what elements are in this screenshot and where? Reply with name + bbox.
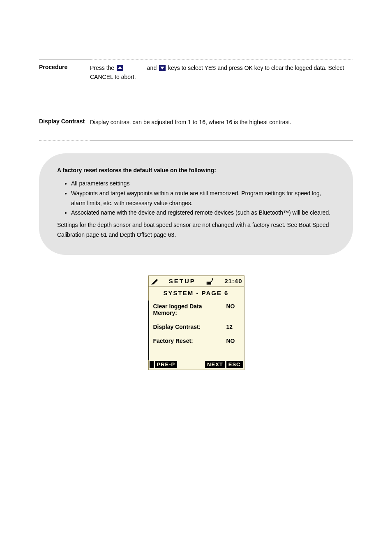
note-footer: Settings for the depth sensor and boat s… bbox=[57, 220, 335, 240]
lcd-button-esc[interactable]: ESC bbox=[226, 361, 243, 368]
lcd-line[interactable]: Factory Reset: NO bbox=[153, 338, 240, 344]
lcd-body: Clear logged Data Memory: NO Display Con… bbox=[148, 301, 244, 360]
lcd-line-value: 12 bbox=[226, 324, 233, 330]
desc-text-before: Press the bbox=[90, 65, 116, 71]
note-bullet: All parameters settings bbox=[71, 179, 335, 189]
lcd-line[interactable]: Display Contrast: 12 bbox=[153, 324, 240, 330]
pen-icon bbox=[150, 277, 159, 286]
note-bullet: Waypoints and target waypoints within a … bbox=[71, 189, 335, 208]
lcd-line-value: NO bbox=[226, 338, 235, 344]
note-bullet: Associated name with the device and regi… bbox=[71, 208, 335, 218]
note-bullets: All parameters settings Waypoints and ta… bbox=[71, 179, 335, 218]
desc-text-after: keys to select YES and press OK key to c… bbox=[90, 65, 344, 80]
lcd-line-label: Factory Reset: bbox=[153, 338, 219, 344]
lcd-line-label: Display Contrast: bbox=[153, 324, 219, 330]
row-procedure: Procedure Press the and keys to select Y… bbox=[39, 63, 353, 82]
note-box: A factory reset restores the default val… bbox=[39, 153, 353, 255]
arrow-down-icon bbox=[159, 65, 166, 71]
svg-rect-0 bbox=[208, 282, 210, 284]
lcd-subtitle: SYSTEM - PAGE 6 bbox=[148, 287, 244, 301]
lcd-header: SETUP 21:40 bbox=[148, 276, 244, 287]
row-display-contrast: Display Contrast Display contrast can be… bbox=[39, 118, 353, 127]
lcd-time: 21:40 bbox=[224, 278, 242, 284]
lcd-button-blank[interactable] bbox=[150, 361, 154, 368]
lcd-line-value: NO bbox=[226, 303, 235, 316]
lcd-panel: SETUP 21:40 SYSTEM - PAGE 6 Clear logged… bbox=[148, 275, 244, 370]
desc-text-mid: and bbox=[147, 65, 158, 71]
row-desc: Display contrast can be adjusted from 1 … bbox=[90, 118, 353, 127]
arrow-up-icon bbox=[117, 65, 123, 71]
lcd-button-prev[interactable]: PRE-P bbox=[155, 361, 178, 368]
lcd-title: SETUP bbox=[169, 278, 196, 284]
row-label: Procedure bbox=[39, 63, 90, 71]
lcd-button-next[interactable]: NEXT bbox=[205, 361, 225, 368]
lcd-footer: PRE-P NEXT ESC bbox=[148, 360, 244, 370]
note-intro: A factory reset restores the default val… bbox=[57, 167, 216, 173]
row-label: Display Contrast bbox=[39, 118, 90, 125]
lcd-line-label: Clear logged Data Memory: bbox=[153, 303, 219, 316]
satellite-icon bbox=[205, 277, 214, 286]
row-desc: Press the and keys to select YES and pre… bbox=[90, 63, 353, 82]
lcd-line[interactable]: Clear logged Data Memory: NO bbox=[153, 303, 240, 316]
